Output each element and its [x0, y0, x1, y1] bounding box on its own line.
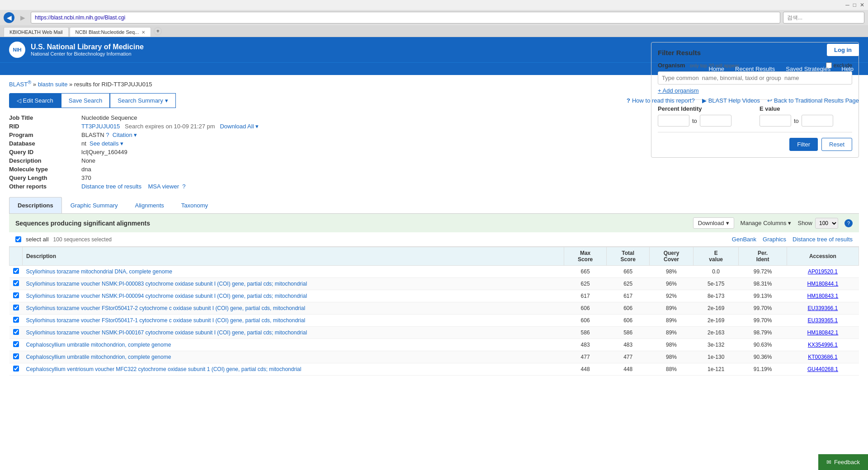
download-button[interactable]: Download ▾ — [693, 217, 734, 229]
download-all-link[interactable]: Download All ▾ — [220, 123, 259, 130]
accession-link[interactable]: HM180843.1 — [807, 293, 839, 299]
nav-saved-strategies[interactable]: Saved Strategies — [780, 63, 836, 75]
th-max-score: MaxScore — [564, 247, 607, 266]
row-checkbox[interactable] — [13, 268, 19, 274]
select-all-checkbox[interactable] — [15, 236, 21, 242]
row-per-ident: 99.70% — [739, 315, 787, 327]
row-e-value: 0.0 — [693, 266, 739, 278]
how-to-read-link[interactable]: ? How to read this report? — [627, 97, 695, 104]
breadcrumb-blastn[interactable]: blastn suite — [38, 81, 68, 88]
sequence-link[interactable]: Cephaloscyllium ventriosum voucher MFC32… — [26, 366, 302, 372]
sequence-link[interactable]: Scyliorhinus torazame voucher FStor05041… — [26, 317, 306, 324]
row-accession: HM180842.1 — [787, 327, 859, 339]
minimize-btn[interactable]: ─ — [845, 2, 849, 8]
row-description: Cephaloscyllium ventriosum voucher MFC32… — [23, 363, 564, 376]
url-bar[interactable]: https://blast.ncbi.nlm.nih.gov/Blast.cgi — [31, 12, 780, 24]
row-checkbox[interactable] — [13, 280, 19, 286]
row-query-cover: 89% — [649, 315, 693, 327]
manage-columns-button[interactable]: Manage Columns ▾ — [741, 220, 792, 226]
row-max-score: 477 — [564, 351, 607, 363]
sequence-link[interactable]: Scyliorhinus torazame voucher NSMK:PI-00… — [26, 329, 307, 336]
login-button[interactable]: Log in — [827, 44, 859, 56]
row-checkbox[interactable] — [13, 329, 19, 335]
genbank-link[interactable]: GenBank — [732, 236, 756, 243]
accession-link[interactable]: EU339365.1 — [808, 317, 838, 324]
tab-close-icon[interactable]: ✕ — [142, 30, 145, 35]
accession-link[interactable]: HM180842.1 — [807, 329, 839, 336]
th-per-ident: Per.Ident — [739, 247, 787, 266]
row-accession: AP019520.1 — [787, 266, 859, 278]
accession-link[interactable]: AP019520.1 — [808, 268, 838, 275]
toolbar-actions: ? How to read this report? ▶ BLAST Help … — [627, 97, 859, 104]
accession-link[interactable]: KX354996.1 — [808, 342, 838, 348]
forward-button[interactable]: ▶ — [17, 12, 28, 23]
new-tab-button[interactable]: + — [154, 27, 162, 35]
show-select[interactable]: 100 50 200 — [815, 218, 838, 229]
row-checkbox[interactable] — [13, 305, 19, 310]
search-summary-button[interactable]: Search Summary ▾ — [110, 93, 175, 108]
nav-help[interactable]: Help — [836, 63, 859, 75]
save-search-button[interactable]: Save Search — [61, 93, 110, 108]
job-title-value: Nucleotide Sequence — [81, 114, 476, 121]
row-total-score: 625 — [607, 278, 650, 290]
sequence-link[interactable]: Cephaloscyllium umbratile mitochondrion,… — [26, 342, 171, 348]
blast-help-link[interactable]: ▶ BLAST Help Videos — [702, 97, 760, 104]
sequence-link[interactable]: Scyliorhinus torazame voucher FStor05041… — [26, 305, 306, 311]
ncbi-nav: Home Recent Results Saved Strategies Hel… — [0, 62, 868, 75]
browser-search-input[interactable] — [783, 12, 864, 24]
row-checkbox[interactable] — [13, 292, 19, 298]
filter-button[interactable]: Filter — [789, 138, 818, 151]
results-help-icon[interactable]: ? — [844, 219, 853, 227]
row-description: Scyliorhinus torazame voucher FStor05041… — [23, 315, 564, 327]
sequence-link[interactable]: Scyliorhinus torazame mitochondrial DNA,… — [26, 268, 172, 275]
percent-identity-max[interactable] — [700, 115, 731, 127]
description-value: None — [81, 157, 476, 164]
close-btn[interactable]: ✕ — [860, 2, 864, 8]
row-checkbox[interactable] — [13, 341, 19, 347]
e-value-min[interactable] — [760, 115, 791, 127]
sequence-link[interactable]: Scyliorhinus torazame voucher NSMK:PI-00… — [26, 293, 307, 299]
browser-tab-blast[interactable]: NCBI Blast:Nucleotide Seq... ✕ — [70, 27, 151, 37]
nav-recent-results[interactable]: Recent Results — [730, 63, 780, 75]
tab-taxonomy[interactable]: Taxonomy — [173, 197, 217, 213]
program-help-icon[interactable]: ? — [106, 132, 109, 138]
tab-descriptions[interactable]: Descriptions — [9, 197, 62, 213]
reset-button[interactable]: Reset — [821, 138, 852, 151]
back-traditional-link[interactable]: ↩ Back to Traditional Results Page — [767, 97, 859, 104]
graphics-link[interactable]: Graphics — [763, 236, 786, 243]
msa-viewer-link[interactable]: MSA viewer — [148, 183, 179, 190]
distance-tree-link[interactable]: Distance tree of results — [81, 183, 142, 190]
select-all-row: select all 100 sequences selected GenBan… — [9, 232, 859, 247]
tab-alignments[interactable]: Alignments — [127, 197, 173, 213]
row-e-value: 1e-130 — [693, 351, 739, 363]
citation-link[interactable]: Citation ▾ — [113, 132, 137, 138]
tab-graphic-summary[interactable]: Graphic Summary — [62, 197, 127, 213]
e-value-range: to — [760, 115, 852, 127]
add-organism-link[interactable]: + Add organism — [658, 87, 699, 94]
back-button[interactable]: ◀ — [4, 12, 14, 23]
see-details-link[interactable]: See details ▾ — [90, 140, 123, 147]
rid-link[interactable]: TT3PJUJU015 — [81, 123, 120, 130]
row-query-cover: 98% — [649, 339, 693, 351]
row-checkbox[interactable] — [13, 366, 19, 371]
row-checkbox[interactable] — [13, 353, 19, 359]
e-value-max[interactable] — [802, 115, 833, 127]
percent-identity-min[interactable] — [658, 115, 689, 127]
breadcrumb-blast[interactable]: BLAST® — [9, 81, 31, 88]
row-total-score: 606 — [607, 302, 650, 315]
msa-help-icon[interactable]: ? — [182, 183, 185, 190]
accession-link[interactable]: KT003686.1 — [808, 354, 837, 360]
sequence-link[interactable]: Cephaloscyllium umbratile mitochondrion,… — [26, 354, 171, 360]
accession-link[interactable]: EU339366.1 — [808, 305, 838, 311]
sequence-link[interactable]: Scyliorhinus torazame voucher NSMK:PI-00… — [26, 281, 307, 287]
restore-btn[interactable]: □ — [853, 2, 856, 8]
accession-link[interactable]: GU440268.1 — [807, 366, 838, 372]
accession-link[interactable]: HM180844.1 — [807, 281, 839, 287]
distance-tree-results-link[interactable]: Distance tree of results — [793, 236, 853, 243]
tabs-container: Descriptions Graphic Summary Alignments … — [9, 197, 859, 376]
nav-home[interactable]: Home — [703, 63, 730, 75]
edit-search-button[interactable]: ◁ Edit Search — [9, 93, 61, 108]
row-checkbox[interactable] — [13, 317, 19, 323]
row-max-score: 586 — [564, 327, 607, 339]
browser-tab-mail[interactable]: KBIOHEALTH Web Mail — [4, 27, 69, 37]
